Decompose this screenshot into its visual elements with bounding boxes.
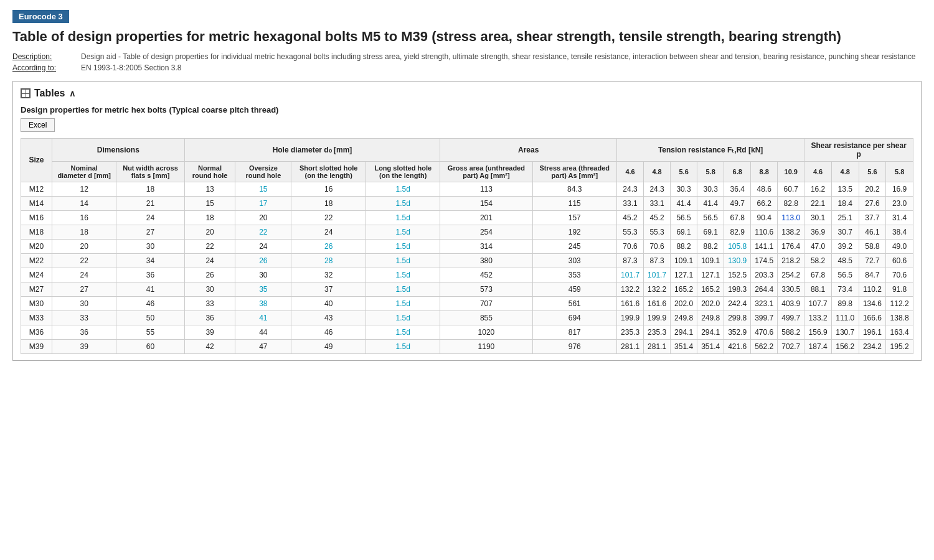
table-row: M2727413035371.5d573459132.2132.2165.216… <box>21 282 913 296</box>
table-row: M1414211517181.5d15411533.133.141.441.44… <box>21 196 913 210</box>
table-row: M3030463338401.5d707561161.6161.6202.020… <box>21 296 913 310</box>
th-stress-area: Stress area (threaded part) As [mm²] <box>532 161 616 182</box>
th-shear: Shear resistance per shear p <box>804 138 913 161</box>
excel-button[interactable]: Excel <box>21 118 55 132</box>
table-row: M2020302224261.5d31424570.670.688.288.21… <box>21 239 913 253</box>
main-title: Table of design properties for metric he… <box>12 28 922 46</box>
table-row: M3636553944461.5d1020817235.3235.3294.12… <box>21 325 913 339</box>
table-row: M2222342426281.5d38030387.387.3109.1109.… <box>21 253 913 268</box>
according-label: According to: <box>12 63 81 72</box>
th-s46: 4.6 <box>804 161 832 182</box>
th-dimensions: Dimensions <box>52 138 185 161</box>
th-s58: 5.8 <box>886 161 913 182</box>
table-row: M3939604247491.5d1190976281.1281.1351.43… <box>21 339 913 353</box>
grid-icon <box>21 88 31 98</box>
table-row: M1818272022241.5d25419255.355.369.169.18… <box>21 225 913 239</box>
tables-section: Tables ∧ Design properties for metric he… <box>12 81 922 361</box>
th-t56: 5.6 <box>671 161 697 182</box>
collapse-icon[interactable]: ∧ <box>69 88 75 98</box>
th-oversize-round: Oversize round hole <box>235 161 291 182</box>
th-nominal: Nominal diameter d [mm] <box>52 161 116 182</box>
data-table: Size Dimensions Hole diameter d₀ [mm] Ar… <box>21 138 913 354</box>
th-size: Size <box>21 138 52 182</box>
th-t109: 10.9 <box>778 161 804 182</box>
th-s56: 5.6 <box>859 161 886 182</box>
section-title: Tables <box>34 88 65 99</box>
th-long-slotted: Long slotted hole (on the length) <box>366 161 440 182</box>
th-t58: 5.8 <box>697 161 724 182</box>
th-nut: Nut width across flats s [mm] <box>116 161 184 182</box>
table-wrapper: Size Dimensions Hole diameter d₀ [mm] Ar… <box>21 138 913 354</box>
description-value: Design aid - Table of design properties … <box>81 52 916 61</box>
th-normal-round: Normal round hole <box>184 161 235 182</box>
th-short-slotted: Short slotted hole (on the length) <box>291 161 366 182</box>
according-value: EN 1993-1-8:2005 Section 3.8 <box>81 63 181 72</box>
according-row: According to: EN 1993-1-8:2005 Section 3… <box>12 63 922 72</box>
th-areas: Areas <box>440 138 617 161</box>
th-t46: 4.6 <box>617 161 644 182</box>
table-subtitle: Design properties for metric hex bolts (… <box>21 105 913 114</box>
description-label: Description: <box>12 52 81 61</box>
table-row: M3333503641431.5d855694199.9199.9249.824… <box>21 310 913 325</box>
th-t68: 6.8 <box>724 161 751 182</box>
table-row: M2424362630321.5d452353101.7101.7127.112… <box>21 268 913 282</box>
section-header: Tables ∧ <box>21 88 913 99</box>
th-t88: 8.8 <box>751 161 778 182</box>
table-row: M1616241820221.5d20115745.245.256.556.56… <box>21 210 913 225</box>
th-s48: 4.8 <box>831 161 859 182</box>
page: Eurocode 3 Table of design properties fo… <box>0 0 934 371</box>
description-row: Description: Design aid - Table of desig… <box>12 52 922 61</box>
th-gross-area: Gross area (unthreaded part) Ag [mm²] <box>440 161 532 182</box>
th-t48: 4.8 <box>644 161 671 182</box>
eurocode-badge: Eurocode 3 <box>12 10 69 23</box>
table-row: M1212181315161.5d11384.324.324.330.330.3… <box>21 182 913 196</box>
th-tension: Tension resistance Fₜ,Rd [kN] <box>617 138 804 161</box>
th-hole: Hole diameter d₀ [mm] <box>184 138 440 161</box>
